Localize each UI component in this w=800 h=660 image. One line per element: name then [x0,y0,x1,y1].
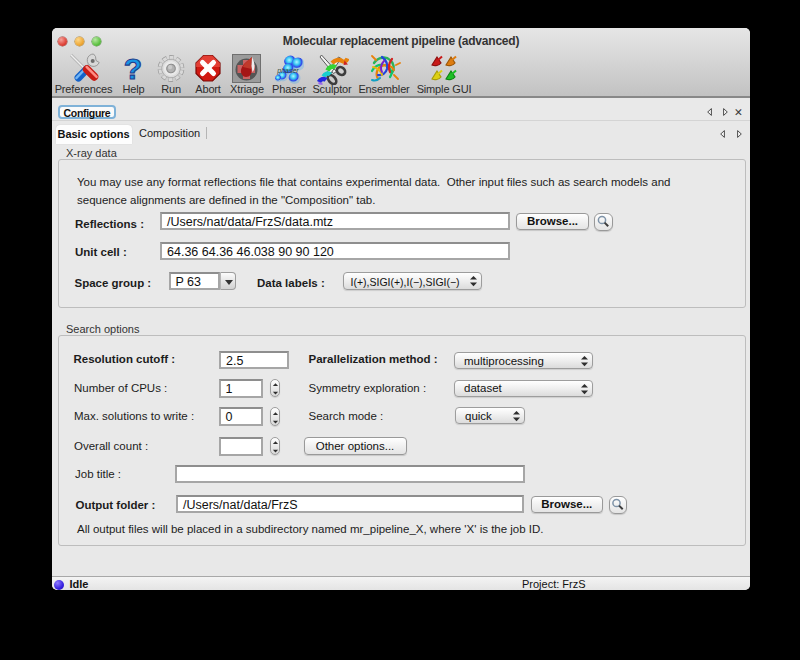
svg-text:?: ? [124,55,142,84]
svg-text:phaser: phaser [276,67,299,75]
